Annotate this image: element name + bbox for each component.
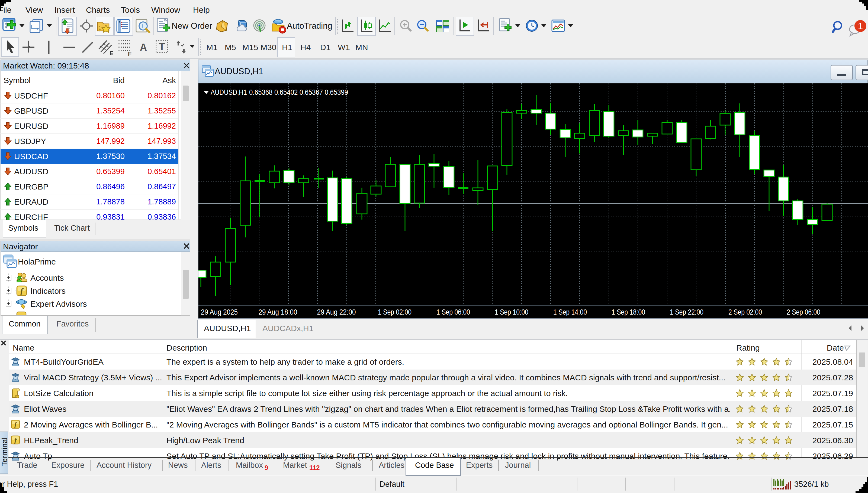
svg-text:29 Aug 18:00: 29 Aug 18:00 — [259, 308, 297, 316]
svg-text:2 Sep 02:00: 2 Sep 02:00 — [728, 308, 762, 316]
svg-text:29 Aug 22:00: 29 Aug 22:00 — [317, 308, 356, 316]
svg-text:1 Sep 14:00: 1 Sep 14:00 — [553, 308, 587, 316]
svg-text:0.65368 0.65402 0.65367 0.6539: 0.65368 0.65402 0.65367 0.65399 — [249, 88, 348, 97]
svg-text:1 Sep 06:00: 1 Sep 06:00 — [437, 308, 470, 316]
svg-text:1 Sep 22:00: 1 Sep 22:00 — [670, 308, 704, 316]
svg-text:1 Sep 02:00: 1 Sep 02:00 — [378, 308, 411, 316]
svg-text:E: E — [109, 50, 113, 56]
svg-text:1 Sep 10:00: 1 Sep 10:00 — [495, 308, 528, 316]
svg-text:1 Sep 18:00: 1 Sep 18:00 — [611, 308, 645, 316]
svg-text:1: 1 — [858, 21, 863, 31]
svg-text:F: F — [128, 50, 132, 56]
svg-text:2 Sep 06:00: 2 Sep 06:00 — [787, 308, 820, 316]
svg-text:T: T — [159, 41, 165, 52]
svg-text:29 Aug 2025: 29 Aug 2025 — [201, 308, 238, 316]
svg-text:AUDUSD,H1: AUDUSD,H1 — [210, 88, 247, 97]
